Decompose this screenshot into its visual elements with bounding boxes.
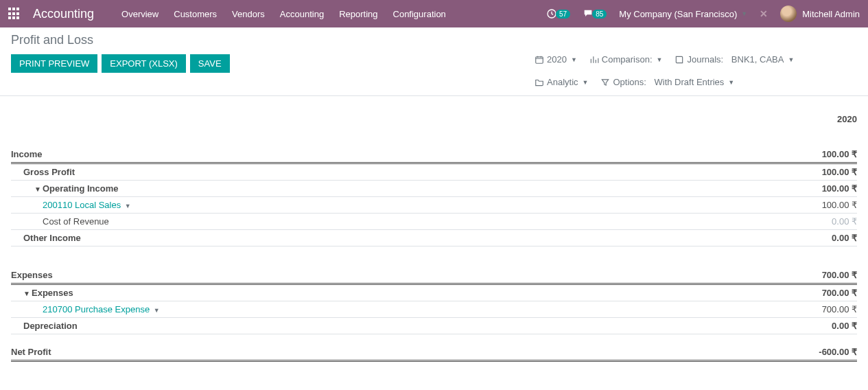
label-gross-profit: Gross Profit [11,163,684,181]
chevron-down-icon[interactable]: ▼ [154,307,160,314]
chevron-down-icon: ▼ [741,10,747,17]
value-local-sales: 100.00 ₹ [684,197,857,214]
company-name: My Company (San Francisco) [619,9,737,19]
label-income: Income [11,128,684,163]
row-local-sales[interactable]: 200110 Local Sales ▼ 100.00 ₹ [11,197,857,214]
chevron-down-icon[interactable]: ▼ [125,203,131,209]
avatar [780,5,797,22]
value-cost-revenue: 0.00 ₹ [684,214,857,230]
filter-options[interactable]: Options: With Draft Entries ▼ [600,77,734,87]
row-purchase-expense[interactable]: 210700 Purchase Expense ▼ 700.00 ₹ [11,301,857,317]
filter-comparison-label: Comparison: [602,54,653,65]
calendar-icon [535,55,544,65]
filter-date-value: 2020 [547,54,567,65]
value-operating-income: 100.00 ₹ [684,181,857,197]
value-depreciation: 0.00 ₹ [684,317,857,334]
label-expenses-sub: Expenses [32,288,73,298]
nav-vendors[interactable]: Vendors [232,9,265,19]
report-filters: 2020 ▼ Comparison: ▼ Journals: BNK1, CAB… [535,54,857,87]
filter-journals-label: Journals: [687,54,723,65]
folder-icon [535,78,544,87]
filter-comparison[interactable]: Comparison: ▼ [589,54,663,65]
export-xlsx-button[interactable]: Export (XLSX) [102,54,186,73]
book-icon [675,55,684,65]
nav-right: 57 85 My Company (San Francisco) ▼ ✕ Mit… [546,5,860,22]
account-link-purchase-expense[interactable]: 210700 Purchase Expense [43,304,150,314]
filter-analytic[interactable]: Analytic ▼ [535,77,588,87]
row-cost-revenue[interactable]: Cost of Revenue 0.00 ₹ [11,214,857,230]
app-brand[interactable]: Accounting [33,7,94,21]
row-net-profit[interactable]: Net Profit -600.00 ₹ [11,334,857,360]
row-depreciation[interactable]: Depreciation 0.00 ₹ [11,317,857,334]
caret-down-icon[interactable]: ▼ [34,185,43,193]
value-income: 100.00 ₹ [684,128,857,163]
report-body: 2020 Income 100.00 ₹ Gross Profit 100.00… [0,96,868,376]
label-net-profit: Net Profit [11,334,684,360]
print-preview-button[interactable]: Print Preview [11,54,97,73]
filter-date[interactable]: 2020 ▼ [535,54,577,65]
breadcrumb: Profit and Loss [11,33,857,47]
filter-journals[interactable]: Journals: BNK1, CABA ▼ [675,54,794,65]
filter-options-label: Options: [613,77,646,87]
label-other-income: Other Income [11,230,684,246]
company-selector[interactable]: My Company (San Francisco) ▼ [619,9,747,19]
label-cost-revenue: Cost of Revenue [43,216,109,227]
filter-options-value: With Draft Entries [655,77,725,87]
nav-links: Overview Customers Vendors Accounting Re… [121,9,546,19]
label-depreciation: Depreciation [11,317,684,334]
label-operating-income: Operating Income [43,183,119,194]
chevron-down-icon: ▼ [583,79,589,86]
save-button[interactable]: Save [190,54,230,73]
profit-loss-table: 2020 Income 100.00 ₹ Gross Profit 100.00… [11,110,857,362]
chevron-down-icon: ▼ [571,56,577,63]
apps-icon[interactable] [8,8,21,20]
nav-accounting[interactable]: Accounting [280,9,324,19]
row-gross-profit[interactable]: Gross Profit 100.00 ₹ [11,163,857,181]
bar-chart-icon [589,55,599,65]
value-gross-profit: 100.00 ₹ [684,163,857,181]
value-expenses: 700.00 ₹ [684,256,857,284]
nav-reporting[interactable]: Reporting [339,9,377,19]
column-year: 2020 [684,110,857,128]
account-link-local-sales[interactable]: 200110 Local Sales [43,200,121,210]
nav-customers[interactable]: Customers [174,9,217,19]
action-buttons: Print Preview Export (XLSX) Save [11,54,230,73]
timer-indicator[interactable]: 57 [546,8,570,19]
user-name: Mitchell Admin [802,9,860,19]
messaging-indicator[interactable]: 85 [583,8,607,19]
row-expenses[interactable]: Expenses 700.00 ₹ [11,256,857,284]
chevron-down-icon: ▼ [728,79,734,86]
filter-journals-value: BNK1, CABA [731,54,784,65]
label-expenses: Expenses [11,256,684,284]
nav-configuration[interactable]: Configuration [393,9,446,19]
filter-analytic-label: Analytic [547,77,578,87]
nav-overview[interactable]: Overview [121,9,159,19]
row-other-income[interactable]: Other Income 0.00 ₹ [11,230,857,246]
chevron-down-icon: ▼ [788,56,794,63]
close-icon[interactable]: ✕ [760,8,768,19]
row-operating-income[interactable]: ▼Operating Income 100.00 ₹ [11,181,857,197]
caret-down-icon[interactable]: ▼ [23,290,32,297]
value-net-profit: -600.00 ₹ [684,334,857,360]
row-expenses-sub[interactable]: ▼Expenses 700.00 ₹ [11,284,857,301]
value-expenses-sub: 700.00 ₹ [684,284,857,301]
chevron-down-icon: ▼ [657,56,663,63]
filter-icon [600,78,610,87]
svg-rect-1 [536,56,543,62]
row-income[interactable]: Income 100.00 ₹ [11,128,857,163]
user-menu[interactable]: Mitchell Admin [780,5,860,22]
chat-badge: 85 [592,10,607,19]
value-other-income: 0.00 ₹ [684,230,857,246]
top-navbar: Accounting Overview Customers Vendors Ac… [0,0,868,27]
timer-badge: 57 [556,10,570,19]
value-purchase-expense: 700.00 ₹ [684,301,857,317]
control-panel: Profit and Loss Print Preview Export (XL… [0,27,868,96]
